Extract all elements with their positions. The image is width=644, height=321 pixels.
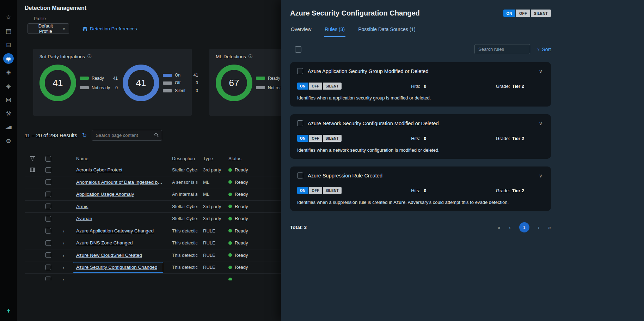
sort-control[interactable]: ∨ Sort [537,47,551,52]
row-checkbox[interactable] [45,265,51,270]
table-row[interactable]: › Azure Application Gateway Changed This… [25,225,285,237]
row-checkbox[interactable] [45,192,51,197]
rule-card: Azure Suppression Rule Created ∨ ON OFF … [290,166,551,211]
expand-row-icon[interactable]: › [63,264,65,270]
tab-overview[interactable]: Overview [290,26,312,37]
expand-rule-icon[interactable]: ∨ [539,121,542,126]
detection-link[interactable]: Azure Security Configuration Changed [76,265,157,270]
status-dot [228,193,232,196]
column-header-status[interactable]: Status [223,156,279,161]
column-header-description[interactable]: Description [166,156,197,161]
info-icon[interactable]: ⓘ [249,54,253,60]
toggle-silent[interactable]: SILENT [323,187,342,194]
expand-row-icon[interactable]: › [63,240,65,246]
settings-gear-icon[interactable]: ⚙ [3,136,14,146]
rule-hits: Hits: 0 [411,136,426,141]
expand-row-icon[interactable]: › [63,277,65,280]
detection-link[interactable]: Anomalous Amount of Data Ingested by Sen… [76,180,164,185]
row-description: Stellar Cyber … [166,201,197,213]
rules-controls: ∨ Sort [290,44,551,54]
tab-rules[interactable]: Rules (3) [324,26,345,37]
column-header-name[interactable]: Name [70,156,166,161]
reports-chart-icon[interactable]: ▂▅▇ [3,122,14,133]
detections-icon[interactable]: ◉ [3,53,14,64]
detection-link[interactable]: Azure DNS Zone Changed [76,240,133,246]
toggle-silent[interactable]: SILENT [323,135,342,142]
table-row[interactable]: › Azure New CloudShell Created This dete… [25,249,285,262]
expand-rule-icon[interactable]: ∨ [539,173,542,178]
favorites-star-icon[interactable]: ☆ [3,12,14,23]
legend-swatch [163,81,172,85]
profile-select[interactable]: Default Profile ∨ [27,23,69,34]
table-row-partial[interactable]: › [25,274,285,281]
select-all-rules-checkbox[interactable] [295,46,301,53]
explore-globe-icon[interactable]: ⊕ [3,67,14,78]
pagination: « ‹ 1 › » [497,222,551,232]
table-row[interactable]: Acronis Cyber Protect Stellar Cyber … 3r… [25,164,285,176]
toggle-on[interactable]: ON [297,135,308,142]
row-checkbox[interactable] [45,277,51,280]
automation-icon[interactable]: ⚒ [3,108,14,119]
row-checkbox[interactable] [45,240,51,246]
table-row[interactable]: Application Usage Anomaly An internal ap… [25,188,285,201]
app-root: ☆ ▤ ⊟ ◉ ⊕ ◈ ⋈ ⚒ ▂▅▇ ⚙ + Detection Manage… [0,0,644,321]
toggle-on[interactable]: ON [297,187,308,194]
rule-checkbox[interactable] [297,120,303,126]
rule-grade: Grade: Tier 2 [496,136,524,141]
row-checkbox[interactable] [45,228,51,234]
row-checkbox[interactable] [45,252,51,258]
first-page-icon[interactable]: « [497,224,500,230]
toggle-off[interactable]: OFF [516,10,530,17]
row-checkbox[interactable] [45,216,51,222]
detection-link[interactable]: Azure New CloudShell Created [76,253,142,258]
threat-hunting-icon[interactable]: ◈ [3,81,14,91]
column-header-type[interactable]: Type [197,156,223,161]
toggle-silent[interactable]: SILENT [323,83,342,90]
toggle-on[interactable]: ON [503,10,515,17]
table-row[interactable]: › Azure DNS Zone Changed This detection…… [25,237,285,249]
detection-link[interactable]: Acronis Cyber Protect [76,167,122,172]
toggle-silent[interactable]: SILENT [531,10,551,17]
alerts-icon[interactable]: ▤ [3,26,14,36]
expand-rule-icon[interactable]: ∨ [539,68,542,74]
table-row[interactable]: Anomalous Amount of Data Ingested by Sen… [25,176,285,189]
status-label: Ready [235,253,248,258]
detection-link[interactable]: Application Usage Anomaly [76,192,134,197]
toggle-off[interactable]: OFF [309,135,322,142]
detection-link[interactable]: Azure Application Gateway Changed [76,228,154,234]
select-all-checkbox[interactable] [45,156,51,162]
table-settings-icon[interactable] [25,164,40,176]
status-label: Ready [235,180,248,185]
add-plus-icon[interactable]: + [3,305,14,316]
tab-possible-data-sources[interactable]: Possible Data Sources (1) [357,26,416,37]
filter-funnel-icon[interactable] [25,153,40,164]
row-checkbox[interactable] [45,204,51,209]
row-checkbox[interactable] [45,179,51,185]
current-page-button[interactable]: 1 [519,222,529,232]
last-page-icon[interactable]: » [548,224,551,230]
rules-search-input[interactable] [474,44,530,54]
table-row[interactable]: Armis Stellar Cyber … 3rd party Ready [25,201,285,213]
table-row[interactable]: Avanan Stellar Cyber … 3rd party Ready [25,213,285,225]
refresh-icon[interactable]: ↻ [82,132,87,139]
toggle-off[interactable]: OFF [309,187,322,194]
toggle-off[interactable]: OFF [309,83,322,90]
rule-checkbox[interactable] [297,172,303,178]
rule-card: Azure Network Security Configuration Mod… [290,114,551,159]
cases-icon[interactable]: ⊟ [3,40,14,50]
expand-row-icon[interactable]: › [63,228,65,234]
detection-link[interactable]: Armis [76,204,88,209]
rule-state-toggle: ON OFF SILENT [297,83,342,90]
detection-link[interactable]: Avanan [76,216,92,221]
prev-page-icon[interactable]: ‹ [509,224,511,230]
row-checkbox[interactable] [45,167,51,173]
info-icon[interactable]: ⓘ [87,54,92,60]
search-input[interactable] [92,130,162,141]
table-row-selected[interactable]: › Azure Security Configuration Changed T… [25,261,285,274]
detection-preferences-link[interactable]: Detection Preferences [82,26,137,31]
expand-row-icon[interactable]: › [63,252,65,258]
next-page-icon[interactable]: › [538,224,540,230]
rule-checkbox[interactable] [297,68,303,74]
toggle-on[interactable]: ON [297,83,308,90]
correlations-icon[interactable]: ⋈ [3,95,14,105]
